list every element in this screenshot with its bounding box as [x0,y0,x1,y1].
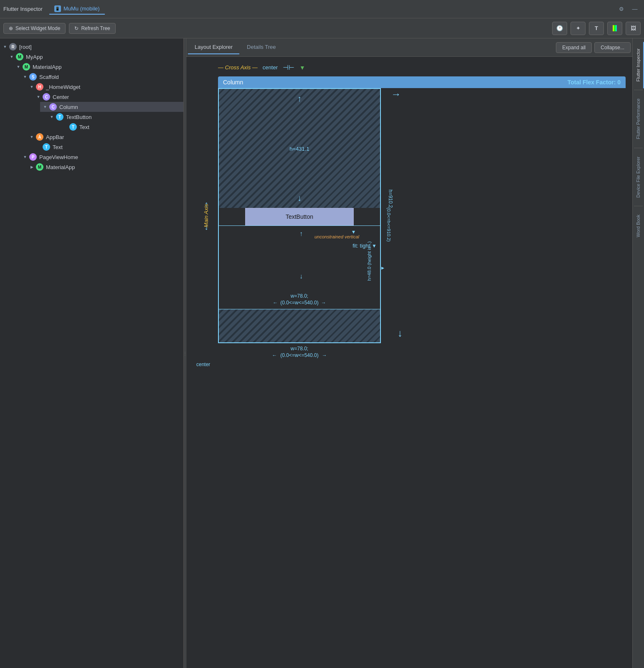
top-space: h=431.1 ↓ ↑ [219,89,380,208]
h-arrows: ↑ ↓ [299,230,303,280]
h-arrow-up: ↑ [299,230,303,238]
cross-axis-icon: ⊣⊢ [283,63,294,71]
bottom-dimension: w=78.0; ← (0.0<=w<=540.0) → [218,346,381,358]
w-constraint-container: w=78.0; ← (0.0<=w<=540.0) → [219,293,380,306]
device-icon: 📱 [54,5,61,12]
w-label-bottom: w=78.0; [291,346,308,352]
badge-column: C [49,103,57,111]
badge-materialapp-2: M [36,163,43,171]
bottom-section: ▾ ▸ unconstrained vertical fit: tight ▼ [219,225,380,309]
label-scaffold: Scaffold [39,74,59,80]
label-materialapp-2: MaterialApp [46,164,75,170]
center-bottom-label: center [196,362,626,367]
tree-myapp[interactable]: ▼ M MyApp [7,52,183,62]
select-widget-mode-button[interactable]: ⊕ Select Widget Mode [3,23,66,34]
widget-tree-panel: ▼ R [root] ▼ M MyApp ▼ M MaterialApp ▼ S… [0,38,184,668]
tree-scaffold[interactable]: ▼ S Scaffold [20,72,183,82]
label-appbar: AppBar [46,134,64,140]
tree-center[interactable]: ▼ C Center [33,92,183,102]
arrow-scaffold: ▼ [22,73,28,80]
tabs-row: Layout Explorer Details Tree Expand all … [186,38,632,57]
tree-root[interactable]: ▼ R [root] [0,42,183,52]
tree-pageviewhome[interactable]: ▼ P PageViewHome [20,152,183,162]
tab-layout-explorer[interactable]: Layout Explorer [188,40,239,54]
fit-dropdown-icon[interactable]: ▼ [372,243,377,249]
label-center: Center [53,94,69,100]
arrow-appbar: ▼ [28,134,35,140]
mumu-tab[interactable]: 📱 MuMu (mobile) [49,4,105,15]
collapse-label: Collapse... [601,45,624,51]
arrow-homewidget: ▼ [28,84,35,90]
cross-axis-label: — Cross Axis — [218,64,258,71]
bottom-hatched [219,309,380,342]
cross-axis-dropdown[interactable]: ▼ [299,64,305,71]
tree-materialapp-1[interactable]: ▼ M MaterialApp [13,62,183,72]
sidebar-flutter-inspector[interactable]: Flutter Inspector [633,42,644,88]
h-arrow-down: ↓ [299,273,303,280]
badge-center: C [43,93,50,101]
minimize-button[interactable]: — [629,3,641,15]
w-label-1: w=78.0; [291,293,308,299]
sidebar-divider-1 [634,90,643,90]
sidebar-word-book-label: Word Book [636,215,641,237]
badge-root: R [9,43,17,51]
text-button[interactable]: T [589,22,604,35]
label-root: [root] [19,44,32,50]
arrow-down-1: ↓ [297,193,302,203]
sidebar-flutter-inspector-label: Flutter Inspector [636,48,641,81]
sidebar-divider-2 [634,148,643,148]
refresh-tree-button[interactable]: ↻ Refresh Tree [69,23,115,34]
arrow-materialapp-2: ▶ [28,164,35,170]
tree-materialapp-2[interactable]: ▶ M MaterialApp [27,162,183,172]
label-materialapp-1: MaterialApp [33,64,61,70]
header-right: ⚙ — [616,3,641,15]
label-textbutton: TextButton [66,114,91,120]
badge-text-2: T [43,143,50,151]
color-button[interactable]: ▐▌ [607,22,622,35]
tree-text-1[interactable]: T Text [60,122,183,132]
h-right-label: h=910.2 [386,190,395,208]
textbutton-label: TextButton [286,213,313,220]
badge-textbutton: T [56,113,63,121]
sidebar-divider-3 [634,206,643,206]
content-area: ▼ R [root] ▼ M MyApp ▼ M MaterialApp ▼ S… [0,38,644,668]
arrow-textbutton: ▼ [48,114,55,120]
right-arrow-1: → [321,300,326,306]
arrow-root: ▼ [2,43,8,50]
badge-myapp: M [16,53,23,61]
w-constraint-bottom: (0.0<=w<=540.0) [280,352,318,358]
image-button[interactable]: 🖼 [626,22,641,35]
sidebar-flutter-performance[interactable]: Flutter Performance [633,92,644,146]
sidebar-word-book[interactable]: Word Book [633,208,644,244]
tree-text-2[interactable]: T Text [33,142,183,152]
settings-button[interactable]: ⚙ [616,3,627,15]
arrow-pageviewhome: ▼ [22,154,28,160]
right-panel: Layout Explorer Details Tree Expand all … [186,38,632,668]
arrow-materialapp-1: ▼ [15,63,22,70]
tree-homewidget[interactable]: ▼ H _HomeWidget [27,82,183,92]
arrow-up-1: ↑ [297,94,302,104]
badge-homewidget: H [36,83,43,91]
flutter-inspector-title: Flutter Inspector [3,6,43,12]
tree-textbutton[interactable]: ▼ T TextButton [47,112,183,122]
tree-appbar[interactable]: ▼ A AppBar [27,132,183,142]
fit-tight-row: fit: tight ▼ [352,243,377,249]
history-button[interactable]: 🕐 [552,22,567,35]
arrow-myapp: ▼ [8,53,15,60]
badge-materialapp-1: M [23,63,30,71]
tab-layout-explorer-label: Layout Explorer [195,44,233,50]
collapse-button[interactable]: Collapse... [594,42,631,53]
expand-all-button[interactable]: Expand all [556,42,592,53]
tab-details-tree[interactable]: Details Tree [240,40,282,54]
h48-label: h=48.0 (height is...) [367,241,372,281]
grid-button[interactable]: ✦ [570,22,586,35]
badge-appbar: A [36,133,43,141]
sidebar-device-file-explorer[interactable]: Device File Explorer [633,150,644,204]
cross-axis-row: — Cross Axis — center ⊣⊢ ▼ [193,63,626,71]
unconstrained-text: unconstrained vertical [314,234,359,239]
tree-column[interactable]: ▼ C Column [40,102,183,112]
h-right-constraint: (0.0<=h<=910.2) [386,207,391,242]
layout-diagram: h=431.1 ↓ ↑ TextButton ▾ [218,88,381,343]
label-text-2: Text [53,144,63,150]
arrow-text-2 [35,144,42,150]
